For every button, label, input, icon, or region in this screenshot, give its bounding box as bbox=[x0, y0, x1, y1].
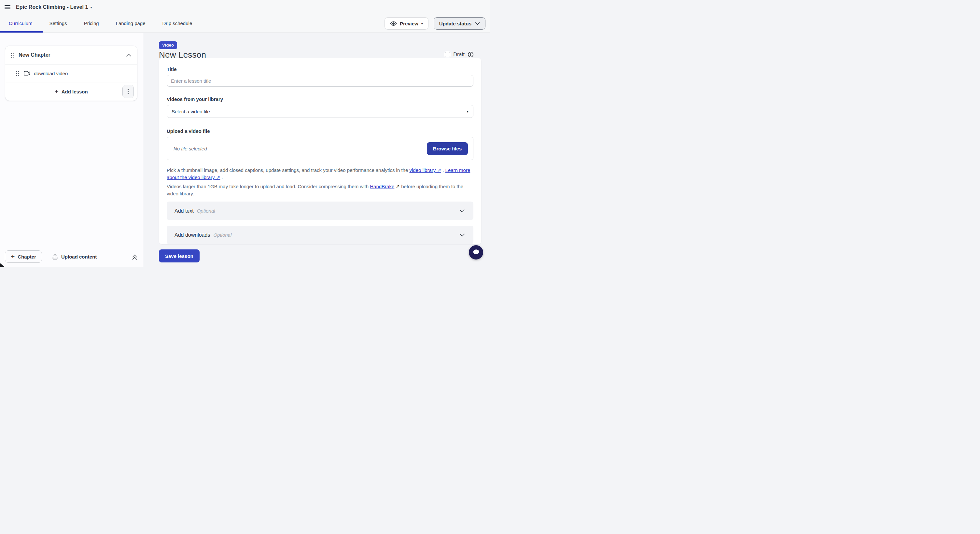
lesson-editor: Video New Lesson Draft Title Videos from… bbox=[143, 33, 490, 267]
add-downloads-label: Add downloads bbox=[175, 232, 210, 238]
caret-down-icon: ▾ bbox=[466, 110, 469, 114]
add-chapter-button[interactable]: + Chapter bbox=[5, 250, 42, 263]
course-title: Epic Rock Climbing - Level 1 bbox=[16, 4, 88, 10]
lesson-row[interactable]: download video bbox=[5, 65, 137, 82]
library-label: Videos from your library bbox=[167, 96, 473, 102]
upload-content-label: Upload content bbox=[61, 254, 97, 259]
add-downloads-section[interactable]: Add downloads Optional bbox=[167, 226, 473, 244]
tab-pricing[interactable]: Pricing bbox=[84, 21, 99, 26]
tab-bar: Curriculum Settings Pricing Landing page… bbox=[9, 14, 192, 33]
plus-icon: + bbox=[11, 253, 15, 260]
eye-icon bbox=[390, 21, 397, 26]
save-lesson-button[interactable]: Save lesson bbox=[159, 250, 200, 262]
browse-files-button[interactable]: Browse files bbox=[427, 142, 468, 155]
course-builder-page: Epic Rock Climbing - Level 1 ▾ Curriculu… bbox=[0, 0, 490, 267]
no-file-text: No file selected bbox=[173, 146, 207, 151]
add-lesson-label: Add lesson bbox=[62, 89, 88, 94]
chapter-row[interactable]: New Chapter bbox=[5, 46, 137, 64]
preview-button-label: Preview bbox=[400, 21, 418, 26]
tab-curriculum[interactable]: Curriculum bbox=[9, 21, 33, 26]
update-status-button[interactable]: Update status bbox=[434, 17, 485, 30]
plus-icon: + bbox=[54, 88, 58, 95]
top-bar: Epic Rock Climbing - Level 1 ▾ bbox=[0, 0, 490, 14]
external-link-icon: ↗ bbox=[216, 175, 220, 180]
lesson-form-card: Title Videos from your library Select a … bbox=[159, 58, 481, 244]
file-upload-field: No file selected Browse files bbox=[167, 137, 473, 160]
external-link-icon: ↗ bbox=[396, 184, 400, 189]
drag-handle-icon[interactable] bbox=[11, 53, 14, 58]
chevron-down-icon bbox=[460, 234, 465, 237]
hamburger-menu-icon[interactable] bbox=[5, 5, 10, 9]
draft-checkbox[interactable] bbox=[445, 52, 450, 57]
draft-toggle-row: Draft bbox=[445, 51, 474, 58]
chevron-up-icon[interactable] bbox=[126, 54, 131, 57]
file-size-help-text: Videos larger than 1GB may take longer t… bbox=[167, 183, 473, 197]
course-title-dropdown[interactable]: Epic Rock Climbing - Level 1 ▾ bbox=[16, 4, 92, 10]
preview-button[interactable]: Preview ▾ bbox=[385, 17, 428, 30]
upload-label: Upload a video file bbox=[167, 128, 473, 134]
chapter-name: New Chapter bbox=[19, 52, 126, 58]
chapter-menu-button[interactable] bbox=[123, 85, 134, 99]
info-icon[interactable] bbox=[468, 51, 474, 58]
caret-down-icon: ▾ bbox=[421, 22, 423, 25]
handbrake-link[interactable]: HandBrake bbox=[370, 184, 394, 189]
select-value: Select a video file bbox=[172, 109, 210, 114]
chat-launcher-button[interactable] bbox=[469, 245, 483, 259]
sidebar-footer: + Chapter Upload content bbox=[0, 246, 143, 267]
caret-down-icon: ▾ bbox=[91, 6, 92, 9]
video-library-help-text: Pick a thumbnail image, add closed capti… bbox=[167, 167, 473, 181]
optional-label: Optional bbox=[197, 208, 215, 214]
chat-bubble-icon bbox=[472, 249, 480, 256]
update-status-label: Update status bbox=[439, 21, 471, 26]
tab-landing-page[interactable]: Landing page bbox=[116, 21, 146, 26]
upload-content-button[interactable]: Upload content bbox=[52, 250, 97, 263]
header: Epic Rock Climbing - Level 1 ▾ Curriculu… bbox=[0, 0, 490, 33]
upload-icon bbox=[52, 254, 58, 260]
collapse-sidebar-icon[interactable] bbox=[132, 254, 137, 260]
drag-handle-icon[interactable] bbox=[16, 71, 19, 76]
lesson-name: download video bbox=[34, 71, 68, 76]
add-text-label: Add text bbox=[175, 208, 194, 214]
add-text-section[interactable]: Add text Optional bbox=[167, 202, 473, 220]
header-actions: Preview ▾ Update status bbox=[385, 17, 485, 30]
external-link-icon: ↗ bbox=[437, 167, 441, 173]
chevron-down-icon bbox=[475, 22, 480, 25]
title-label: Title bbox=[167, 67, 473, 72]
optional-label: Optional bbox=[213, 232, 231, 238]
chapter-card: New Chapter download video + Add lesson bbox=[5, 46, 137, 101]
active-tab-underline bbox=[0, 31, 43, 33]
add-lesson-button[interactable]: + Add lesson bbox=[54, 88, 88, 95]
tab-settings[interactable]: Settings bbox=[49, 21, 67, 26]
lesson-title-input[interactable] bbox=[167, 75, 473, 87]
draft-label: Draft bbox=[453, 52, 465, 58]
curriculum-sidebar: New Chapter download video + Add lesson bbox=[0, 33, 143, 267]
mouse-cursor bbox=[0, 263, 5, 267]
lesson-type-badge: Video bbox=[159, 41, 177, 49]
tab-drip-schedule[interactable]: Drip schedule bbox=[162, 21, 192, 26]
add-chapter-label: Chapter bbox=[18, 254, 36, 259]
chevron-down-icon bbox=[460, 209, 465, 213]
video-library-select[interactable]: Select a video file ▾ bbox=[167, 105, 473, 118]
video-camera-icon bbox=[24, 71, 30, 76]
add-lesson-row: + Add lesson bbox=[5, 83, 137, 101]
video-library-link[interactable]: video library ↗ bbox=[409, 167, 441, 173]
